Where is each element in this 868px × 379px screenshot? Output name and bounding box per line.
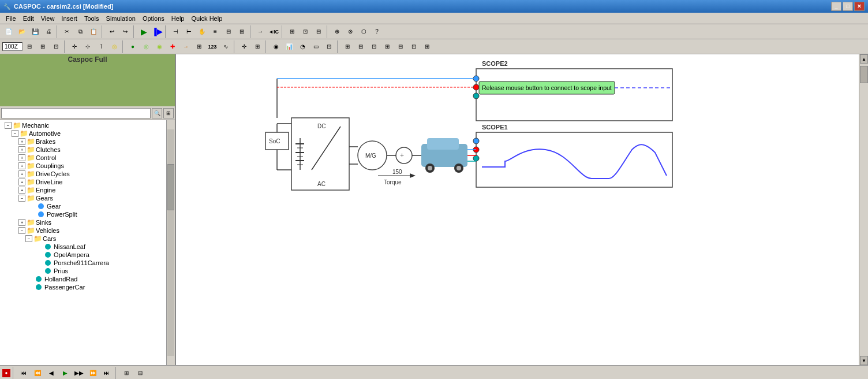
tb-icon-a[interactable]: ⊞ <box>286 25 298 38</box>
tb2-green1[interactable]: ● <box>126 40 139 53</box>
tree-automotive[interactable]: − 📁 Automotive <box>1 129 165 138</box>
minimize-button[interactable]: _ <box>831 2 841 11</box>
tree-gear[interactable]: Gear <box>1 202 165 210</box>
play-button[interactable]: ▶ <box>59 367 72 380</box>
tree-mechanic[interactable]: − 📁 Mechanic <box>1 121 165 129</box>
print-button[interactable]: 🖨 <box>42 25 55 38</box>
expand-couplings[interactable]: + <box>18 162 25 169</box>
menu-simulation[interactable]: Simulation <box>103 14 139 23</box>
tree-engine[interactable]: + 📁 Engine <box>1 186 165 194</box>
tb2-export6[interactable]: ⊡ <box>407 40 420 53</box>
tree-passengercar[interactable]: PassengerCar <box>1 283 165 291</box>
tb2-b[interactable]: ⊞ <box>36 40 49 53</box>
tb-btn-b[interactable]: ⊢ <box>182 25 195 38</box>
tree-clutches[interactable]: + 📁 Clutches <box>1 146 165 154</box>
tb2-export5[interactable]: ⊟ <box>394 40 407 53</box>
tb2-red[interactable]: ✚ <box>166 40 179 53</box>
export1-button[interactable]: ⊞ <box>120 367 133 380</box>
hand-button[interactable]: ✋ <box>196 25 208 38</box>
tree-driveline[interactable]: + 📁 DriveLine <box>1 178 165 186</box>
tree-powersplit[interactable]: PowerSplit <box>1 210 165 218</box>
tree-couplings[interactable]: + 📁 Couplings <box>1 162 165 170</box>
diagram-svg[interactable]: SCOPE2 Release mouse button to connect t… <box>176 54 859 365</box>
tb2-export7[interactable]: ⊞ <box>421 40 433 53</box>
zoom-value[interactable]: 100Z <box>2 42 23 51</box>
skip-start-button[interactable]: ⏮ <box>17 367 30 380</box>
tb2-grid[interactable]: ⊞ <box>251 40 264 53</box>
menu-insert[interactable]: Insert <box>58 14 81 23</box>
tb2-e[interactable]: ⊺ <box>95 40 107 53</box>
record-button[interactable]: ● <box>2 369 10 377</box>
save-button[interactable]: 💾 <box>29 25 42 38</box>
tree-control[interactable]: + 📁 Control <box>1 154 165 162</box>
tb2-green2[interactable]: ◎ <box>140 40 152 53</box>
tb2-wave[interactable]: ∿ <box>219 40 232 53</box>
expand-cars[interactable]: − <box>25 235 32 242</box>
tb2-c[interactable]: ⊡ <box>50 40 62 53</box>
tb2-scope-icon[interactable]: ⊡ <box>323 40 335 53</box>
canvas-area[interactable]: SCOPE2 Release mouse button to connect t… <box>176 54 859 365</box>
tree-opelampera[interactable]: OpelAmpera <box>1 251 165 259</box>
ic-button[interactable]: ◄IC <box>267 25 280 38</box>
scroll-up-button[interactable]: ▲ <box>860 54 868 64</box>
tb2-circle-dot[interactable]: ◉ <box>270 40 282 53</box>
tb2-export1[interactable]: ⊞ <box>341 40 354 53</box>
next-button[interactable]: ⏩ <box>87 367 99 380</box>
right-scroll-thumb[interactable] <box>860 66 868 83</box>
menu-quickhelp[interactable]: Quick Help <box>188 14 226 23</box>
search-input[interactable] <box>1 108 151 118</box>
paste-button[interactable]: 📋 <box>87 25 100 38</box>
tb-list3[interactable]: ⊞ <box>235 25 248 38</box>
tree-scrollbar[interactable] <box>166 120 175 365</box>
expand-driveline[interactable]: + <box>18 179 25 185</box>
expand-vehicles[interactable]: − <box>18 227 25 234</box>
tb-zoom[interactable]: ⊕ <box>331 25 343 38</box>
tb2-rect[interactable]: ▭ <box>309 40 322 53</box>
skip-end-button[interactable]: ⏭ <box>100 367 113 380</box>
redo-button[interactable]: ↪ <box>119 25 132 38</box>
menu-tools[interactable]: Tools <box>81 14 103 23</box>
scroll-down-button[interactable]: ▼ <box>860 356 868 365</box>
scroll-thumb[interactable] <box>167 164 174 210</box>
tb2-multi[interactable]: ⊞ <box>193 40 205 53</box>
run-step-button[interactable]: ▐▶ <box>151 25 163 38</box>
expand-automotive[interactable]: − <box>12 130 18 137</box>
new-button[interactable]: 📄 <box>2 25 15 38</box>
tb2-green3[interactable]: ◉ <box>153 40 166 53</box>
search-button[interactable]: 🔍 <box>152 108 162 118</box>
tb2-export2[interactable]: ⊟ <box>354 40 367 53</box>
copy-button[interactable]: ⧉ <box>74 25 87 38</box>
tb-btn-a[interactable]: ⊣ <box>169 25 182 38</box>
menu-options[interactable]: Options <box>139 14 168 23</box>
maximize-button[interactable]: □ <box>843 2 853 11</box>
tb-icon-e[interactable]: ? <box>371 25 383 38</box>
tree-brakes[interactable]: + 📁 Brakes <box>1 138 165 146</box>
tb-icon-d[interactable]: ⬡ <box>357 25 370 38</box>
tb-zoom2[interactable]: ⊗ <box>344 25 357 38</box>
tree-prius[interactable]: Prius <box>1 267 165 275</box>
expand-sinks[interactable]: + <box>18 219 25 226</box>
expand-clutches[interactable]: + <box>18 146 25 153</box>
tb2-arrow-r[interactable]: → <box>179 40 192 53</box>
tree-gears[interactable]: − 📁 Gears <box>1 194 165 202</box>
tb-list1[interactable]: ≡ <box>209 25 222 38</box>
tree-cars[interactable]: − 📁 Cars <box>1 235 165 243</box>
tb2-bar-chart[interactable]: 📊 <box>283 40 295 53</box>
tree-drivecycles[interactable]: + 📁 DriveCycles <box>1 170 165 178</box>
cut-button[interactable]: ✂ <box>61 25 73 38</box>
expand-control[interactable]: + <box>18 154 25 161</box>
tb2-cross2[interactable]: ✛ <box>238 40 250 53</box>
expand-drivecycles[interactable]: + <box>18 170 25 177</box>
tree-area[interactable]: − 📁 Mechanic − 📁 Automotive + 📁 Brakes <box>0 120 166 365</box>
expand-engine[interactable]: + <box>18 187 25 194</box>
tree-vehicles[interactable]: − 📁 Vehicles <box>1 226 165 235</box>
tb2-num[interactable]: 123 <box>206 40 219 53</box>
step-back-button[interactable]: ◀ <box>45 367 58 380</box>
tb2-a[interactable]: ⊟ <box>23 40 36 53</box>
open-button[interactable]: 📂 <box>16 25 28 38</box>
menu-view[interactable]: View <box>38 14 58 23</box>
menu-help[interactable]: Help <box>168 14 188 23</box>
tb2-export3[interactable]: ⊡ <box>368 40 380 53</box>
tb2-pie[interactable]: ◔ <box>296 40 309 53</box>
tree-nissanleaf[interactable]: NissanLeaf <box>1 243 165 251</box>
